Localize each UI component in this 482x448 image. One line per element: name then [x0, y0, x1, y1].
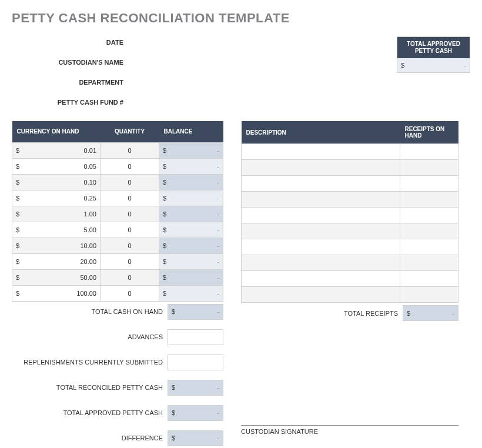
currency-symbol: $ [16, 274, 19, 281]
right-totals: TOTAL RECEIPTS $ - [241, 305, 458, 321]
table-row [242, 239, 458, 255]
table-row [242, 223, 458, 239]
replenishments-label: REPLENISHMENTS CURRENTLY SUBMITTED [12, 359, 168, 366]
table-row: $0.010$- [12, 142, 223, 158]
receipts-cell[interactable] [400, 192, 458, 208]
replenishments-input[interactable] [168, 355, 223, 370]
quantity-cell[interactable]: 0 [101, 158, 159, 174]
quantity-cell[interactable]: 0 [101, 142, 159, 158]
currency-amount: 0.01 [84, 147, 96, 154]
currency-symbol: $ [16, 163, 19, 170]
details-block: DATE CUSTODIAN'S NAME DEPARTMENT PETTY C… [12, 36, 241, 108]
currency-cell: $100.00 [12, 285, 101, 301]
currency-cell: $0.01 [12, 142, 101, 158]
dash: - [217, 179, 219, 186]
currency-symbol: $ [407, 310, 410, 317]
receipts-cell[interactable] [400, 271, 458, 287]
receipts-cell[interactable] [400, 208, 458, 223]
reconciled-label: TOTAL RECONCILED PETTY CASH [12, 384, 168, 391]
currency-cell: $0.10 [12, 174, 101, 190]
currency-amount: 0.25 [84, 195, 96, 202]
currency-symbol: $ [172, 308, 175, 315]
dash: - [217, 147, 219, 154]
receipts-cell[interactable] [400, 223, 458, 239]
reconciled-value: $ - [168, 380, 223, 396]
replenishments-row: REPLENISHMENTS CURRENTLY SUBMITTED [12, 355, 223, 370]
description-cell[interactable] [242, 160, 400, 176]
currency-symbol: $ [172, 434, 175, 442]
dash: - [217, 384, 219, 391]
table-row: $0.050$- [12, 158, 223, 174]
currency-symbol: $ [172, 384, 175, 391]
custodian-signature-block: CUSTODIAN SIGNATURE [241, 413, 458, 435]
receipts-cell[interactable] [400, 160, 458, 176]
description-cell[interactable] [242, 223, 400, 239]
balance-cell: $- [159, 253, 223, 269]
advances-input[interactable] [168, 329, 223, 345]
balance-cell: $- [159, 238, 223, 253]
currency-amount: 10.00 [80, 242, 96, 249]
currency-symbol: $ [163, 242, 166, 249]
label-department: DEPARTMENT [12, 79, 129, 86]
table-row: $20.000$- [12, 253, 223, 269]
currency-cell: $0.05 [12, 158, 101, 174]
currency-cell: $1.00 [12, 206, 101, 222]
currency-amount: 1.00 [84, 210, 96, 218]
currency-symbol: $ [16, 290, 19, 297]
description-cell[interactable] [242, 271, 400, 287]
quantity-cell[interactable]: 0 [101, 269, 159, 285]
difference-row: DIFFERENCE $ - [12, 430, 223, 446]
receipts-table: DESCRIPTION RECEIPTS ON HAND [241, 121, 458, 303]
description-cell[interactable] [242, 208, 400, 223]
currency-symbol: $ [16, 147, 19, 154]
approved-box: TOTAL APPROVED PETTY CASH $ - [397, 36, 470, 73]
tables-row: CURRENCY ON HAND QUANTITY BALANCE $0.010… [12, 121, 470, 448]
table-row [242, 287, 458, 303]
th-quantity: QUANTITY [101, 121, 159, 142]
quantity-cell[interactable]: 0 [101, 190, 159, 206]
description-cell[interactable] [242, 255, 400, 271]
approved-label: TOTAL APPROVED PETTY CASH [12, 409, 168, 416]
currency-cell: $20.00 [12, 253, 101, 269]
quantity-cell[interactable]: 0 [101, 285, 159, 301]
currency-amount: 0.05 [84, 163, 96, 170]
currency-symbol: $ [16, 179, 19, 186]
currency-symbol: $ [163, 147, 166, 154]
currency-cell: $10.00 [12, 238, 101, 253]
quantity-cell[interactable]: 0 [101, 238, 159, 253]
th-description: DESCRIPTION [242, 121, 400, 144]
description-cell[interactable] [242, 144, 400, 160]
quantity-cell[interactable]: 0 [101, 174, 159, 190]
receipts-cell[interactable] [400, 176, 458, 192]
quantity-cell[interactable]: 0 [101, 206, 159, 222]
receipts-cell[interactable] [400, 255, 458, 271]
dash: - [217, 274, 219, 281]
approved-box-dash: - [464, 62, 466, 69]
advances-row: ADVANCES [12, 329, 223, 345]
receipts-cell[interactable] [400, 287, 458, 303]
currency-symbol: $ [163, 274, 166, 281]
description-cell[interactable] [242, 287, 400, 303]
table-row: $5.000$- [12, 222, 223, 238]
approved-value: $ - [168, 405, 223, 421]
quantity-cell[interactable]: 0 [101, 222, 159, 238]
dash: - [217, 226, 219, 233]
total-cash-value: $ - [168, 304, 223, 320]
receipts-cell[interactable] [400, 144, 458, 160]
total-cash-row: TOTAL CASH ON HAND $ - [12, 304, 223, 320]
description-cell[interactable] [242, 176, 400, 192]
currency-symbol: $ [163, 226, 166, 233]
receipts-cell[interactable] [400, 239, 458, 255]
description-cell[interactable] [242, 192, 400, 208]
total-receipts-label: TOTAL RECEIPTS [241, 310, 403, 317]
table-row [242, 160, 458, 176]
label-custodian: CUSTODIAN'S NAME [12, 59, 129, 66]
currency-symbol: $ [163, 290, 166, 297]
table-row [242, 255, 458, 271]
quantity-cell[interactable]: 0 [101, 253, 159, 269]
description-cell[interactable] [242, 239, 400, 255]
custodian-signature-line [241, 413, 458, 426]
currency-amount: 100.00 [76, 290, 96, 297]
dash: - [217, 210, 219, 218]
page-title: PETTY CASH RECONCILIATION TEMPLATE [12, 11, 470, 26]
